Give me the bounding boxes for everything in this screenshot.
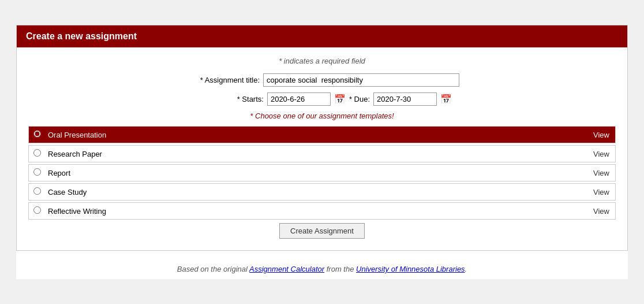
university-link[interactable]: University of Minnesota Libraries [356,265,465,273]
template-view-case-study[interactable]: View [587,184,615,200]
starts-input[interactable] [267,92,331,106]
template-list: Oral PresentationViewResearch PaperViewR… [28,126,616,220]
template-name-case-study: Case Study [46,184,587,200]
template-row-report[interactable]: ReportView [28,164,616,181]
template-view-oral[interactable]: View [587,127,615,143]
template-view-report[interactable]: View [587,165,615,181]
template-row-oral[interactable]: Oral PresentationView [28,126,616,143]
template-name-oral: Oral Presentation [46,127,587,143]
template-radio-report[interactable] [33,168,41,176]
template-radio-case-study[interactable] [33,187,41,195]
template-row-research[interactable]: Research PaperView [28,145,616,162]
template-radio-research[interactable] [33,149,41,157]
template-note: * Choose one of our assignment templates… [28,112,616,120]
template-row-reflective[interactable]: Reflective WritingView [28,202,616,220]
footer: Based on the original Assignment Calcula… [16,265,628,279]
due-label: * Due: [349,95,370,103]
dates-row: * Starts: 📅 * Due: 📅 [28,92,616,106]
starts-label: * Starts: [189,95,264,103]
form-title: Create a new assignment [26,31,137,41]
template-row-case-study[interactable]: Case StudyView [28,183,616,201]
template-name-report: Report [46,165,587,181]
title-label: * Assignment title: [185,76,260,84]
required-note: * indicates a required field [28,57,616,65]
template-view-research[interactable]: View [587,146,615,162]
due-input[interactable] [373,92,437,106]
form-header: Create a new assignment [17,25,627,47]
assignment-calculator-link[interactable]: Assignment Calculator [249,265,324,273]
footer-text-before: Based on the original [177,265,249,273]
create-assignment-button[interactable]: Create Assignment [279,223,365,239]
footer-text-middle: from the [324,265,356,273]
assignment-form: Create a new assignment * indicates a re… [16,25,628,251]
title-input[interactable] [263,73,459,87]
button-row: Create Assignment [28,223,616,239]
template-name-reflective: Reflective Writing [46,203,587,219]
starts-calendar-icon[interactable]: 📅 [334,94,346,105]
footer-text-end: . [465,265,467,273]
template-radio-oral[interactable] [33,130,41,138]
title-row: * Assignment title: [28,73,616,87]
template-name-research: Research Paper [46,146,587,162]
template-view-reflective[interactable]: View [587,203,615,219]
template-radio-reflective[interactable] [33,206,41,214]
due-calendar-icon[interactable]: 📅 [440,94,452,105]
